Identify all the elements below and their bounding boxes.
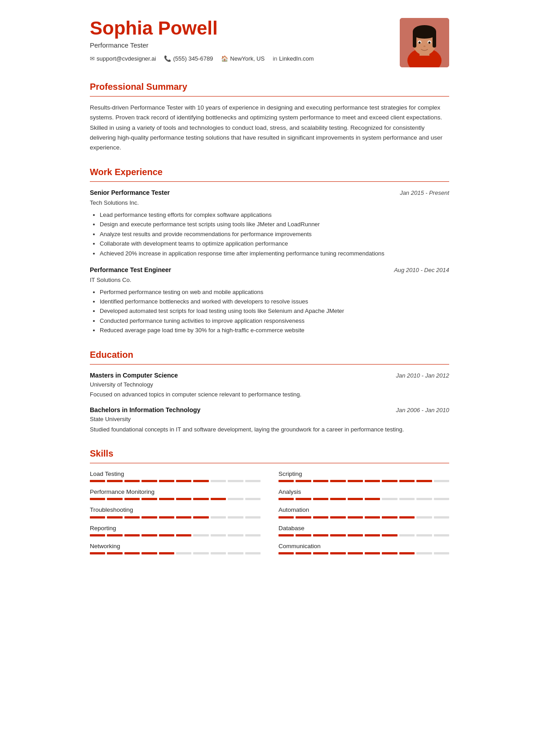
skill-segment-filled [382, 534, 397, 536]
skills-section-title: Skills [90, 447, 449, 460]
skill-segment-filled [296, 498, 311, 500]
contact-linkedin: in LinkedIn.com [273, 54, 314, 63]
skill-bar [90, 498, 261, 500]
candidate-title: Performance Tester [90, 40, 314, 51]
skills-divider [90, 463, 449, 463]
skill-item: Troubleshooting [90, 505, 261, 518]
skill-segment-filled [348, 534, 363, 536]
location-icon: 🏠 [221, 54, 228, 63]
education-block: Masters in Computer ScienceJan 2010 - Ja… [90, 371, 449, 400]
skill-segment-filled [416, 480, 432, 482]
skill-label: Load Testing [90, 470, 261, 479]
skill-segment-filled [90, 498, 105, 500]
skill-segment-filled [107, 480, 122, 482]
skill-segment-filled [141, 552, 157, 554]
skill-segment-empty [228, 498, 243, 500]
bullet-item: Analyze test results and provide recomme… [100, 229, 449, 239]
skill-segment-filled [159, 498, 174, 500]
job-company: IT Solutions Co. [90, 276, 449, 285]
job-block: Performance Test EngineerAug 2010 - Dec … [90, 265, 449, 335]
svg-point-7 [413, 30, 436, 39]
skill-segment-filled [159, 516, 174, 519]
skill-segment-filled [348, 516, 363, 519]
summary-text: Results-driven Performance Tester with 1… [90, 103, 449, 153]
skill-segment-empty [245, 552, 261, 554]
skill-label: Communication [278, 542, 449, 551]
skill-bar [90, 516, 261, 519]
skill-segment-filled [141, 498, 157, 500]
job-block: Senior Performance TesterJan 2015 - Pres… [90, 188, 449, 258]
resume-header: Sophia Powell Performance Tester ✉ suppo… [90, 18, 449, 67]
bullet-item: Lead performance testing efforts for com… [100, 210, 449, 220]
skill-bar [278, 552, 449, 554]
skill-segment-empty [176, 552, 191, 554]
skill-bar [90, 552, 261, 554]
skill-label: Performance Monitoring [90, 488, 261, 497]
skill-segment-filled [278, 516, 294, 519]
skill-bar [278, 534, 449, 536]
skill-segment-filled [159, 552, 174, 554]
skill-segment-empty [416, 552, 432, 554]
edu-desc: Studied foundational concepts in IT and … [90, 425, 449, 434]
skill-segment-filled [348, 498, 363, 500]
skill-segment-filled [159, 480, 174, 482]
skill-segment-filled [330, 552, 345, 554]
job-bullets: Performed performance testing on web and… [90, 287, 449, 335]
skill-segment-filled [330, 480, 345, 482]
skill-bar [90, 480, 261, 482]
skill-segment-filled [124, 552, 140, 554]
skill-segment-filled [313, 480, 328, 482]
summary-divider [90, 96, 449, 97]
skill-label: Troubleshooting [90, 505, 261, 514]
skill-bar [90, 534, 261, 536]
edu-institution: State University [90, 415, 449, 424]
skill-segment-filled [211, 498, 226, 500]
skill-item: Reporting [90, 524, 261, 536]
skill-segment-filled [124, 516, 140, 519]
education-list: Masters in Computer ScienceJan 2010 - Ja… [90, 371, 449, 434]
linkedin-text: LinkedIn.com [279, 54, 314, 63]
skill-segment-filled [330, 498, 345, 500]
edu-degree-title: Masters in Computer Science [90, 371, 178, 380]
skill-item: Scripting [278, 470, 449, 482]
edu-desc: Focused on advanced topics in computer s… [90, 390, 449, 399]
job-title: Performance Test Engineer [90, 265, 171, 275]
edu-date: Jan 2010 - Jan 2012 [396, 371, 449, 380]
skill-segment-filled [176, 480, 191, 482]
skill-segment-empty [416, 516, 432, 519]
skill-item: Communication [278, 542, 449, 554]
education-section-title: Education [90, 348, 449, 361]
header-left: Sophia Powell Performance Tester ✉ suppo… [90, 18, 314, 63]
skill-label: Analysis [278, 488, 449, 497]
skill-segment-empty [245, 534, 261, 536]
skill-segment-filled [90, 480, 105, 482]
skill-segment-empty [228, 552, 243, 554]
skill-segment-filled [107, 534, 122, 536]
edu-header: Bachelors in Information TechnologyJan 2… [90, 405, 449, 415]
skill-item: Automation [278, 505, 449, 518]
skill-segment-filled [296, 534, 311, 536]
skill-segment-filled [193, 516, 208, 519]
avatar-image [400, 18, 449, 67]
linkedin-icon: in [273, 54, 277, 63]
bullet-item: Achieved 20% increase in application res… [100, 249, 449, 258]
skill-segment-filled [278, 534, 294, 536]
skill-segment-empty [245, 516, 261, 519]
edu-institution: University of Technology [90, 380, 449, 389]
skill-segment-filled [382, 480, 397, 482]
skill-bar [278, 480, 449, 482]
edu-header: Masters in Computer ScienceJan 2010 - Ja… [90, 371, 449, 380]
job-bullets: Lead performance testing efforts for com… [90, 210, 449, 258]
skill-segment-empty [382, 498, 397, 500]
skill-segment-filled [348, 552, 363, 554]
skill-segment-filled [90, 534, 105, 536]
skill-segment-filled [107, 498, 122, 500]
skill-segment-filled [107, 516, 122, 519]
skill-segment-filled [278, 498, 294, 500]
skill-segment-filled [124, 534, 140, 536]
job-company: Tech Solutions Inc. [90, 198, 449, 207]
job-header: Performance Test EngineerAug 2010 - Dec … [90, 265, 449, 275]
contact-info: ✉ support@cvdesigner.ai 📞 (555) 345-6789… [90, 54, 314, 63]
skill-segment-empty [228, 516, 243, 519]
skill-segment-filled [365, 498, 380, 500]
